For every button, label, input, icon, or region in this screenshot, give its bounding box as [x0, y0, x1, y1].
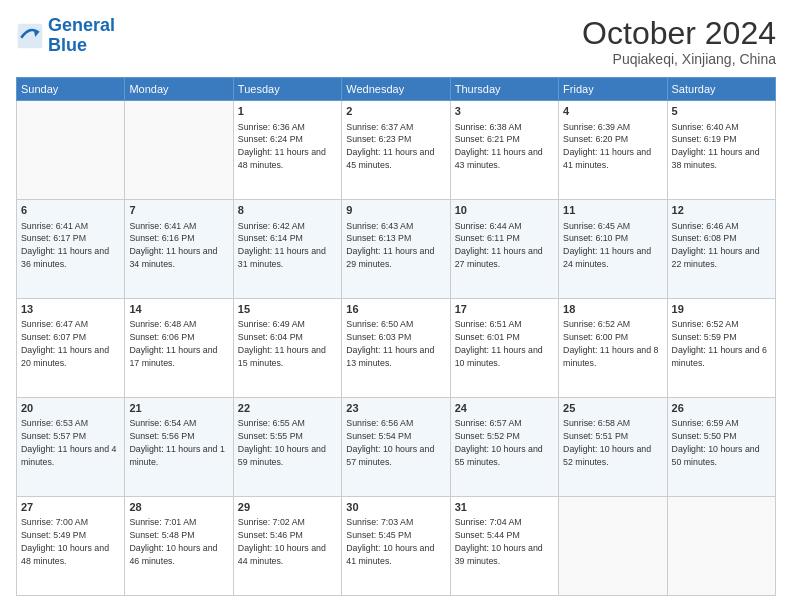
page: General Blue October 2024 Puqiakeqi, Xin…	[0, 0, 792, 612]
logo-icon	[16, 22, 44, 50]
day-info: Sunrise: 6:41 AM Sunset: 6:17 PM Dayligh…	[21, 220, 120, 271]
day-number: 4	[563, 104, 662, 119]
table-row: 10Sunrise: 6:44 AM Sunset: 6:11 PM Dayli…	[450, 200, 558, 299]
day-number: 5	[672, 104, 771, 119]
table-row: 5Sunrise: 6:40 AM Sunset: 6:19 PM Daylig…	[667, 101, 775, 200]
logo-text: General Blue	[48, 16, 115, 56]
day-info: Sunrise: 6:41 AM Sunset: 6:16 PM Dayligh…	[129, 220, 228, 271]
day-number: 6	[21, 203, 120, 218]
table-row: 8Sunrise: 6:42 AM Sunset: 6:14 PM Daylig…	[233, 200, 341, 299]
day-info: Sunrise: 6:36 AM Sunset: 6:24 PM Dayligh…	[238, 121, 337, 172]
table-row: 23Sunrise: 6:56 AM Sunset: 5:54 PM Dayli…	[342, 398, 450, 497]
day-number: 24	[455, 401, 554, 416]
table-row	[125, 101, 233, 200]
day-info: Sunrise: 6:52 AM Sunset: 5:59 PM Dayligh…	[672, 318, 771, 369]
day-number: 29	[238, 500, 337, 515]
table-row: 30Sunrise: 7:03 AM Sunset: 5:45 PM Dayli…	[342, 497, 450, 596]
table-row: 3Sunrise: 6:38 AM Sunset: 6:21 PM Daylig…	[450, 101, 558, 200]
location: Puqiakeqi, Xinjiang, China	[582, 51, 776, 67]
table-row: 7Sunrise: 6:41 AM Sunset: 6:16 PM Daylig…	[125, 200, 233, 299]
day-info: Sunrise: 6:40 AM Sunset: 6:19 PM Dayligh…	[672, 121, 771, 172]
day-info: Sunrise: 6:46 AM Sunset: 6:08 PM Dayligh…	[672, 220, 771, 271]
table-row: 24Sunrise: 6:57 AM Sunset: 5:52 PM Dayli…	[450, 398, 558, 497]
day-number: 1	[238, 104, 337, 119]
day-number: 25	[563, 401, 662, 416]
day-number: 27	[21, 500, 120, 515]
day-number: 22	[238, 401, 337, 416]
day-info: Sunrise: 6:38 AM Sunset: 6:21 PM Dayligh…	[455, 121, 554, 172]
day-info: Sunrise: 6:43 AM Sunset: 6:13 PM Dayligh…	[346, 220, 445, 271]
month-title: October 2024	[582, 16, 776, 51]
table-row: 25Sunrise: 6:58 AM Sunset: 5:51 PM Dayli…	[559, 398, 667, 497]
table-row: 13Sunrise: 6:47 AM Sunset: 6:07 PM Dayli…	[17, 299, 125, 398]
weekday-header: Thursday	[450, 78, 558, 101]
logo-line2: Blue	[48, 35, 87, 55]
day-number: 18	[563, 302, 662, 317]
table-row: 14Sunrise: 6:48 AM Sunset: 6:06 PM Dayli…	[125, 299, 233, 398]
title-block: October 2024 Puqiakeqi, Xinjiang, China	[582, 16, 776, 67]
calendar: SundayMondayTuesdayWednesdayThursdayFrid…	[16, 77, 776, 596]
day-number: 30	[346, 500, 445, 515]
table-row: 26Sunrise: 6:59 AM Sunset: 5:50 PM Dayli…	[667, 398, 775, 497]
day-info: Sunrise: 7:03 AM Sunset: 5:45 PM Dayligh…	[346, 516, 445, 567]
day-info: Sunrise: 7:00 AM Sunset: 5:49 PM Dayligh…	[21, 516, 120, 567]
weekday-header: Monday	[125, 78, 233, 101]
day-number: 21	[129, 401, 228, 416]
table-row: 1Sunrise: 6:36 AM Sunset: 6:24 PM Daylig…	[233, 101, 341, 200]
table-row: 27Sunrise: 7:00 AM Sunset: 5:49 PM Dayli…	[17, 497, 125, 596]
day-info: Sunrise: 6:52 AM Sunset: 6:00 PM Dayligh…	[563, 318, 662, 369]
day-number: 14	[129, 302, 228, 317]
weekday-header: Tuesday	[233, 78, 341, 101]
day-info: Sunrise: 6:56 AM Sunset: 5:54 PM Dayligh…	[346, 417, 445, 468]
day-number: 2	[346, 104, 445, 119]
weekday-header: Saturday	[667, 78, 775, 101]
table-row	[667, 497, 775, 596]
table-row: 12Sunrise: 6:46 AM Sunset: 6:08 PM Dayli…	[667, 200, 775, 299]
day-number: 7	[129, 203, 228, 218]
table-row: 28Sunrise: 7:01 AM Sunset: 5:48 PM Dayli…	[125, 497, 233, 596]
weekday-header: Friday	[559, 78, 667, 101]
day-info: Sunrise: 6:45 AM Sunset: 6:10 PM Dayligh…	[563, 220, 662, 271]
table-row: 20Sunrise: 6:53 AM Sunset: 5:57 PM Dayli…	[17, 398, 125, 497]
header: General Blue October 2024 Puqiakeqi, Xin…	[16, 16, 776, 67]
day-number: 13	[21, 302, 120, 317]
day-number: 20	[21, 401, 120, 416]
weekday-header: Sunday	[17, 78, 125, 101]
day-info: Sunrise: 6:48 AM Sunset: 6:06 PM Dayligh…	[129, 318, 228, 369]
table-row: 31Sunrise: 7:04 AM Sunset: 5:44 PM Dayli…	[450, 497, 558, 596]
table-row	[559, 497, 667, 596]
day-number: 12	[672, 203, 771, 218]
day-info: Sunrise: 6:57 AM Sunset: 5:52 PM Dayligh…	[455, 417, 554, 468]
table-row	[17, 101, 125, 200]
logo-line1: General	[48, 15, 115, 35]
day-number: 16	[346, 302, 445, 317]
day-number: 3	[455, 104, 554, 119]
day-info: Sunrise: 6:58 AM Sunset: 5:51 PM Dayligh…	[563, 417, 662, 468]
day-info: Sunrise: 7:01 AM Sunset: 5:48 PM Dayligh…	[129, 516, 228, 567]
day-info: Sunrise: 7:04 AM Sunset: 5:44 PM Dayligh…	[455, 516, 554, 567]
day-info: Sunrise: 6:37 AM Sunset: 6:23 PM Dayligh…	[346, 121, 445, 172]
table-row: 18Sunrise: 6:52 AM Sunset: 6:00 PM Dayli…	[559, 299, 667, 398]
weekday-header: Wednesday	[342, 78, 450, 101]
day-info: Sunrise: 6:50 AM Sunset: 6:03 PM Dayligh…	[346, 318, 445, 369]
table-row: 6Sunrise: 6:41 AM Sunset: 6:17 PM Daylig…	[17, 200, 125, 299]
day-info: Sunrise: 6:47 AM Sunset: 6:07 PM Dayligh…	[21, 318, 120, 369]
day-number: 28	[129, 500, 228, 515]
day-info: Sunrise: 6:42 AM Sunset: 6:14 PM Dayligh…	[238, 220, 337, 271]
table-row: 9Sunrise: 6:43 AM Sunset: 6:13 PM Daylig…	[342, 200, 450, 299]
day-number: 26	[672, 401, 771, 416]
table-row: 17Sunrise: 6:51 AM Sunset: 6:01 PM Dayli…	[450, 299, 558, 398]
day-info: Sunrise: 6:54 AM Sunset: 5:56 PM Dayligh…	[129, 417, 228, 468]
day-info: Sunrise: 6:39 AM Sunset: 6:20 PM Dayligh…	[563, 121, 662, 172]
day-number: 10	[455, 203, 554, 218]
table-row: 19Sunrise: 6:52 AM Sunset: 5:59 PM Dayli…	[667, 299, 775, 398]
logo: General Blue	[16, 16, 115, 56]
table-row: 15Sunrise: 6:49 AM Sunset: 6:04 PM Dayli…	[233, 299, 341, 398]
table-row: 11Sunrise: 6:45 AM Sunset: 6:10 PM Dayli…	[559, 200, 667, 299]
day-info: Sunrise: 6:55 AM Sunset: 5:55 PM Dayligh…	[238, 417, 337, 468]
day-number: 19	[672, 302, 771, 317]
day-info: Sunrise: 6:49 AM Sunset: 6:04 PM Dayligh…	[238, 318, 337, 369]
day-number: 8	[238, 203, 337, 218]
day-info: Sunrise: 6:51 AM Sunset: 6:01 PM Dayligh…	[455, 318, 554, 369]
day-info: Sunrise: 6:53 AM Sunset: 5:57 PM Dayligh…	[21, 417, 120, 468]
